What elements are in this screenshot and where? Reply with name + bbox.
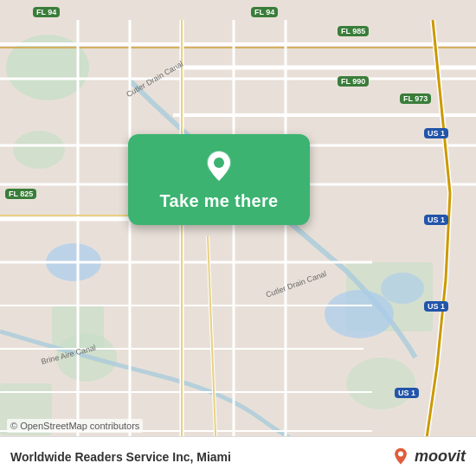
svg-point-2 <box>13 131 65 169</box>
svg-point-9 <box>325 290 394 338</box>
svg-point-6 <box>346 357 415 409</box>
svg-point-35 <box>214 158 224 168</box>
info-bar: Worldwide Readers Service Inc, Miami moo… <box>0 436 476 476</box>
copyright-text: © OpenStreetMap contributors <box>7 419 143 433</box>
shield-fl94-1: FL 94 <box>33 7 60 17</box>
shield-us1-4: US 1 <box>395 388 419 398</box>
shield-us1-1: US 1 <box>424 128 448 138</box>
shield-fl825: FL 825 <box>5 189 36 199</box>
moovit-pin-icon <box>390 447 411 467</box>
svg-point-36 <box>398 451 403 456</box>
shield-fl94-2: FL 94 <box>251 7 278 17</box>
take-me-there-card[interactable]: Take me there <box>128 134 310 225</box>
map-container: Cutler Drain Canal Cutler Drain Canal Br… <box>0 0 476 476</box>
moovit-logo: moovit <box>390 447 466 467</box>
shield-fl990: FL 990 <box>338 76 369 87</box>
location-label: Worldwide Readers Service Inc, Miami <box>10 450 231 464</box>
shield-us1-2: US 1 <box>424 215 448 225</box>
shield-fl985: FL 985 <box>338 26 369 36</box>
shield-us1-3: US 1 <box>424 301 448 312</box>
moovit-brand-text: moovit <box>415 447 466 466</box>
shield-fl973: FL 973 <box>400 93 431 104</box>
svg-point-10 <box>381 273 424 304</box>
take-me-there-label: Take me there <box>160 191 279 211</box>
location-pin-icon <box>201 148 237 184</box>
